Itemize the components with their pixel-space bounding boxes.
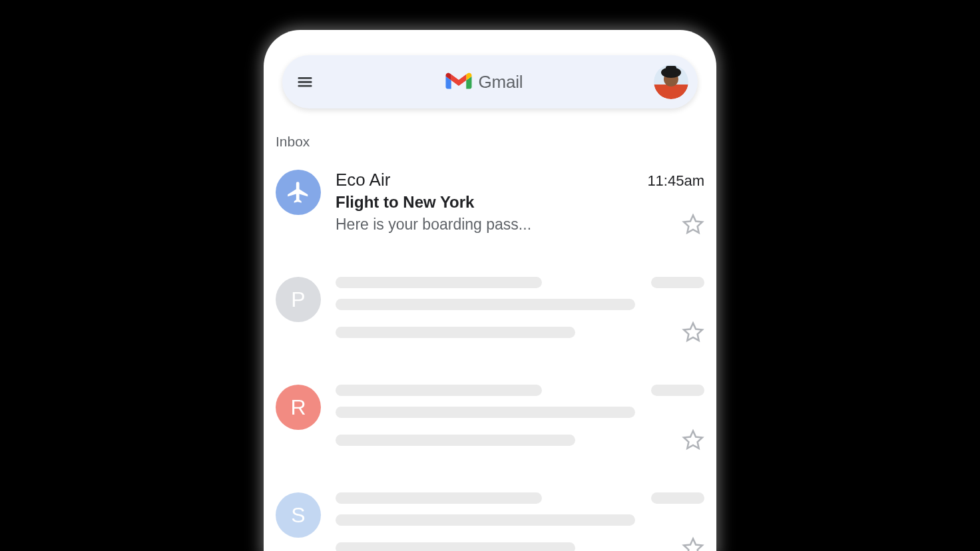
email-body: Eco Air 11:45am Flight to New York Here … [336, 170, 704, 236]
skeleton-line [336, 492, 542, 504]
skeleton-line [336, 299, 635, 310]
avatar-letter: P [291, 287, 305, 312]
email-time: 11:45am [647, 172, 704, 190]
email-row[interactable]: Eco Air 11:45am Flight to New York Here … [276, 156, 704, 264]
menu-icon[interactable] [296, 73, 314, 91]
search-bar[interactable]: Gmail [282, 55, 698, 108]
skeleton-line [651, 277, 704, 288]
email-row-skeleton[interactable]: P [276, 264, 704, 371]
svg-rect-5 [654, 85, 688, 99]
skeleton-line [651, 492, 704, 504]
search-center: Gmail [314, 72, 654, 92]
gmail-logo-icon [445, 72, 472, 92]
email-snippet: Here is your boarding pass... [336, 216, 531, 234]
airplane-icon [286, 180, 311, 205]
email-list: Eco Air 11:45am Flight to New York Here … [264, 156, 716, 551]
avatar-letter: R [290, 395, 306, 420]
sender-avatar: P [276, 277, 321, 322]
app-name: Gmail [479, 72, 523, 92]
email-row-skeleton[interactable]: S [276, 479, 704, 551]
star-icon[interactable] [682, 536, 704, 551]
svg-rect-0 [298, 77, 312, 79]
section-label: Inbox [276, 134, 716, 150]
skeleton-line [336, 407, 635, 418]
avatar-letter: S [291, 503, 305, 528]
skeleton-line [651, 385, 704, 396]
email-row-skeleton[interactable]: R [276, 371, 704, 479]
skeleton-line [336, 514, 635, 526]
skeleton-line [336, 327, 575, 338]
sender-avatar: S [276, 492, 321, 538]
skeleton-line [336, 385, 542, 396]
sender-avatar: R [276, 385, 321, 430]
skeleton-line [336, 542, 575, 552]
svg-rect-1 [298, 81, 312, 83]
skeleton-line [336, 277, 542, 288]
email-sender: Eco Air [336, 170, 390, 190]
star-icon[interactable] [682, 213, 704, 236]
star-icon[interactable] [682, 429, 704, 451]
phone-frame: Gmail Inbox [264, 30, 716, 551]
svg-rect-8 [666, 66, 676, 73]
skeleton-line [336, 435, 575, 446]
email-subject: Flight to New York [336, 193, 704, 212]
profile-avatar[interactable] [654, 65, 688, 99]
star-icon[interactable] [682, 321, 704, 343]
sender-avatar [276, 170, 321, 215]
svg-rect-2 [298, 85, 312, 87]
